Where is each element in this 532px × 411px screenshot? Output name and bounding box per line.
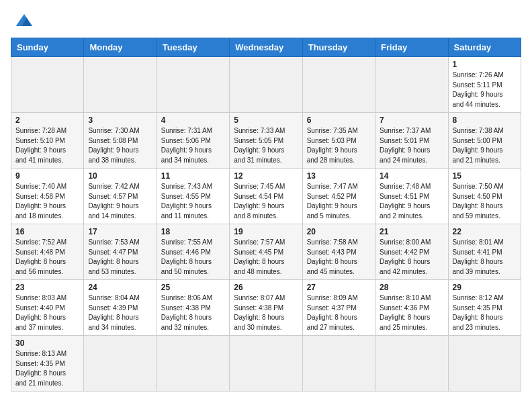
weekday-header-thursday: Thursday (302, 38, 375, 57)
weekday-header-monday: Monday (84, 38, 157, 57)
calendar-cell: 7Sunrise: 7:37 AM Sunset: 5:01 PM Daylig… (375, 113, 448, 169)
day-info: Sunrise: 7:33 AM Sunset: 5:05 PM Dayligh… (234, 126, 298, 165)
day-number: 30 (15, 338, 79, 348)
day-number: 18 (161, 227, 225, 236)
day-info: Sunrise: 8:13 AM Sunset: 4:35 PM Dayligh… (15, 349, 79, 388)
weekday-header-saturday: Saturday (448, 38, 521, 57)
calendar-cell: 28Sunrise: 8:10 AM Sunset: 4:36 PM Dayli… (375, 280, 448, 336)
day-number: 12 (234, 171, 298, 181)
day-info: Sunrise: 8:09 AM Sunset: 4:37 PM Dayligh… (307, 293, 371, 332)
weekday-header-wednesday: Wednesday (230, 38, 302, 57)
day-number: 3 (88, 116, 152, 125)
calendar-cell: 30Sunrise: 8:13 AM Sunset: 4:35 PM Dayli… (11, 336, 84, 392)
calendar-cell (448, 336, 521, 392)
weekday-header-sunday: Sunday (11, 38, 84, 57)
calendar-cell: 12Sunrise: 7:45 AM Sunset: 4:54 PM Dayli… (230, 169, 302, 224)
day-info: Sunrise: 7:26 AM Sunset: 5:11 PM Dayligh… (453, 71, 517, 109)
day-info: Sunrise: 7:53 AM Sunset: 4:47 PM Dayligh… (88, 238, 152, 277)
day-number: 29 (453, 283, 517, 292)
calendar-cell: 29Sunrise: 8:12 AM Sunset: 4:35 PM Dayli… (448, 280, 521, 336)
day-number: 2 (15, 116, 79, 125)
day-number: 7 (380, 116, 443, 125)
day-info: Sunrise: 8:04 AM Sunset: 4:39 PM Dayligh… (88, 293, 152, 332)
calendar-cell: 23Sunrise: 8:03 AM Sunset: 4:40 PM Dayli… (11, 280, 84, 336)
calendar-cell: 14Sunrise: 7:48 AM Sunset: 4:51 PM Dayli… (375, 169, 448, 224)
calendar-cell (84, 336, 157, 392)
day-info: Sunrise: 7:48 AM Sunset: 4:51 PM Dayligh… (380, 182, 443, 221)
calendar-cell: 19Sunrise: 7:57 AM Sunset: 4:45 PM Dayli… (230, 224, 302, 280)
day-number: 1 (453, 60, 517, 69)
calendar-week-row: 9Sunrise: 7:40 AM Sunset: 4:58 PM Daylig… (11, 169, 521, 224)
day-number: 10 (88, 171, 152, 181)
calendar-cell: 27Sunrise: 8:09 AM Sunset: 4:37 PM Dayli… (302, 280, 375, 336)
day-number: 16 (15, 227, 79, 236)
calendar-cell: 11Sunrise: 7:43 AM Sunset: 4:55 PM Dayli… (157, 169, 229, 224)
calendar-cell (157, 57, 229, 113)
day-number: 6 (307, 116, 371, 125)
calendar-week-row: 16Sunrise: 7:52 AM Sunset: 4:48 PM Dayli… (11, 224, 521, 280)
day-info: Sunrise: 7:35 AM Sunset: 5:03 PM Dayligh… (307, 126, 371, 165)
day-info: Sunrise: 7:45 AM Sunset: 4:54 PM Dayligh… (234, 182, 298, 221)
calendar-cell (157, 336, 229, 392)
calendar-week-row: 30Sunrise: 8:13 AM Sunset: 4:35 PM Dayli… (11, 336, 521, 392)
calendar-cell (375, 336, 448, 392)
day-info: Sunrise: 7:42 AM Sunset: 4:57 PM Dayligh… (88, 182, 152, 221)
calendar-cell (230, 57, 302, 113)
day-info: Sunrise: 8:01 AM Sunset: 4:41 PM Dayligh… (453, 238, 517, 277)
calendar-cell: 5Sunrise: 7:33 AM Sunset: 5:05 PM Daylig… (230, 113, 302, 169)
day-info: Sunrise: 7:31 AM Sunset: 5:06 PM Dayligh… (161, 126, 225, 165)
day-number: 20 (307, 227, 371, 236)
calendar-week-row: 1Sunrise: 7:26 AM Sunset: 5:11 PM Daylig… (11, 57, 521, 113)
calendar-cell: 2Sunrise: 7:28 AM Sunset: 5:10 PM Daylig… (11, 113, 84, 169)
weekday-header-row: SundayMondayTuesdayWednesdayThursdayFrid… (11, 38, 521, 57)
calendar-cell (302, 336, 375, 392)
calendar-cell: 17Sunrise: 7:53 AM Sunset: 4:47 PM Dayli… (84, 224, 157, 280)
day-number: 11 (161, 171, 225, 181)
calendar-cell: 25Sunrise: 8:06 AM Sunset: 4:38 PM Dayli… (157, 280, 229, 336)
day-info: Sunrise: 7:52 AM Sunset: 4:48 PM Dayligh… (15, 238, 79, 277)
day-number: 8 (453, 116, 517, 125)
day-info: Sunrise: 8:06 AM Sunset: 4:38 PM Dayligh… (161, 293, 225, 332)
calendar-cell: 13Sunrise: 7:47 AM Sunset: 4:52 PM Dayli… (302, 169, 375, 224)
calendar-cell: 15Sunrise: 7:50 AM Sunset: 4:50 PM Dayli… (448, 169, 521, 224)
page: SundayMondayTuesdayWednesdayThursdayFrid… (0, 0, 532, 411)
calendar-cell: 10Sunrise: 7:42 AM Sunset: 4:57 PM Dayli… (84, 169, 157, 224)
day-number: 23 (15, 283, 79, 292)
day-info: Sunrise: 8:12 AM Sunset: 4:35 PM Dayligh… (453, 293, 517, 332)
day-info: Sunrise: 7:43 AM Sunset: 4:55 PM Dayligh… (161, 182, 225, 221)
calendar-cell (375, 57, 448, 113)
day-info: Sunrise: 8:07 AM Sunset: 4:38 PM Dayligh… (234, 293, 298, 332)
day-number: 13 (307, 171, 371, 181)
calendar-week-row: 2Sunrise: 7:28 AM Sunset: 5:10 PM Daylig… (11, 113, 521, 169)
calendar-cell (84, 57, 157, 113)
day-info: Sunrise: 7:30 AM Sunset: 5:08 PM Dayligh… (88, 126, 152, 165)
calendar-cell (302, 57, 375, 113)
day-number: 14 (380, 171, 443, 181)
calendar-cell: 20Sunrise: 7:58 AM Sunset: 4:43 PM Dayli… (302, 224, 375, 280)
day-number: 27 (307, 283, 371, 292)
calendar-cell: 18Sunrise: 7:55 AM Sunset: 4:46 PM Dayli… (157, 224, 229, 280)
logo-icon (13, 11, 35, 30)
day-number: 21 (380, 227, 443, 236)
day-number: 28 (380, 283, 443, 292)
calendar-cell: 9Sunrise: 7:40 AM Sunset: 4:58 PM Daylig… (11, 169, 84, 224)
day-number: 26 (234, 283, 298, 292)
day-number: 17 (88, 227, 152, 236)
day-number: 25 (161, 283, 225, 292)
day-info: Sunrise: 8:10 AM Sunset: 4:36 PM Dayligh… (380, 293, 443, 332)
header (11, 11, 521, 30)
calendar-cell: 26Sunrise: 8:07 AM Sunset: 4:38 PM Dayli… (230, 280, 302, 336)
day-number: 9 (15, 171, 79, 181)
weekday-header-tuesday: Tuesday (157, 38, 229, 57)
calendar-cell: 16Sunrise: 7:52 AM Sunset: 4:48 PM Dayli… (11, 224, 84, 280)
calendar-week-row: 23Sunrise: 8:03 AM Sunset: 4:40 PM Dayli… (11, 280, 521, 336)
day-number: 15 (453, 171, 517, 181)
calendar-cell (230, 336, 302, 392)
day-info: Sunrise: 7:38 AM Sunset: 5:00 PM Dayligh… (453, 126, 517, 165)
day-info: Sunrise: 7:57 AM Sunset: 4:45 PM Dayligh… (234, 238, 298, 277)
calendar-cell: 24Sunrise: 8:04 AM Sunset: 4:39 PM Dayli… (84, 280, 157, 336)
day-number: 4 (161, 116, 225, 125)
calendar-cell: 3Sunrise: 7:30 AM Sunset: 5:08 PM Daylig… (84, 113, 157, 169)
calendar-cell: 4Sunrise: 7:31 AM Sunset: 5:06 PM Daylig… (157, 113, 229, 169)
day-info: Sunrise: 8:03 AM Sunset: 4:40 PM Dayligh… (15, 293, 79, 332)
